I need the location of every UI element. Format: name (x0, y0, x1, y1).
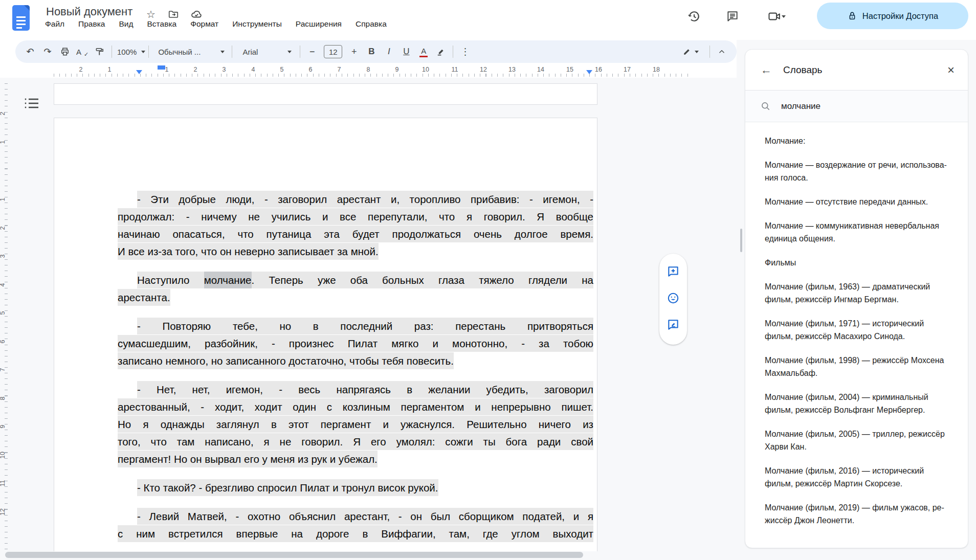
ruler-label: 12 (0, 508, 7, 516)
dictionary-entry: Молчание (фильм, 1998) — режиссёр Мохсен… (765, 354, 953, 379)
toolbar: ↶ ↷ A✓ 100% Обычный ... Arial − 12 + B I… (15, 40, 737, 63)
toolbar-divider (453, 46, 453, 58)
ruler-label: 6 (305, 66, 316, 73)
underline-button[interactable]: U (397, 43, 415, 60)
document-page[interactable]: - Эти добрые люди, - заговорил арестант … (54, 118, 597, 551)
highlighted-search-match: молчание (204, 272, 252, 288)
dictionary-panel: ← Словарь × молчание Молчание: Молчание … (745, 49, 968, 548)
menu-file[interactable]: Файл (45, 19, 64, 29)
dictionary-entry: Молчание (фильм, 2016) — исторический фи… (765, 464, 953, 490)
search-icon (761, 101, 771, 111)
print-button[interactable] (56, 43, 74, 60)
editing-mode-select[interactable] (674, 43, 706, 60)
star-icon[interactable]: ☆ (145, 8, 157, 20)
menu-insert[interactable]: Вставка (147, 19, 177, 29)
paint-format-button[interactable] (91, 43, 108, 60)
dictionary-results: Молчание: Молчание — воздержание от речи… (745, 122, 968, 527)
dictionary-entry: Молчание — коммуникативная невербальная … (765, 219, 953, 245)
chevron-up-icon (717, 47, 726, 56)
menu-format[interactable]: Формат (190, 19, 218, 29)
redo-button[interactable]: ↷ (39, 43, 56, 60)
ruler-label: 2 (0, 109, 7, 118)
ruler-label: 3 (0, 252, 7, 260)
cloud-saved-icon (190, 8, 203, 20)
add-comment-button[interactable] (667, 265, 680, 280)
ruler-label: 9 (392, 66, 402, 73)
increase-font-size-button[interactable]: + (345, 43, 363, 60)
ruler-label: 5 (0, 309, 7, 317)
ruler-label: 1 (104, 66, 115, 73)
suggest-edits-button[interactable] (667, 318, 680, 333)
ruler-label: 9 (0, 422, 7, 431)
dictionary-search[interactable]: молчание (745, 91, 968, 122)
menu-extensions[interactable]: Расширения (296, 19, 342, 29)
emoji-reaction-button[interactable] (667, 292, 680, 307)
right-indent-marker[interactable] (586, 70, 592, 77)
vertical-scrollbar-thumb[interactable] (740, 229, 742, 252)
share-settings-button[interactable]: Настройки Доступа (817, 3, 968, 29)
docs-logo-fold (24, 5, 30, 11)
ruler-label: 8 (363, 66, 373, 73)
panel-header: ← Словарь × (745, 50, 968, 91)
paragraph-style-select[interactable]: Обычный ... (152, 43, 229, 60)
paragraph: Наступило молчание. Теперь уже оба больн… (118, 272, 593, 306)
spellcheck-button[interactable]: A✓ (74, 43, 91, 60)
highlight-color-button[interactable] (432, 43, 450, 60)
dictionary-entry: Молчание: (765, 135, 953, 147)
dictionary-entry: Молчание (фильм, 1971) — исторический фи… (765, 317, 953, 343)
version-history-icon[interactable] (686, 8, 702, 25)
hide-menus-button[interactable] (713, 43, 730, 60)
first-line-indent-marker[interactable] (158, 65, 165, 70)
floating-actions (659, 254, 687, 345)
ruler-label: 6 (0, 338, 7, 346)
zoom-select[interactable]: 100% (115, 43, 145, 60)
font-select[interactable]: Arial (235, 43, 297, 60)
ruler-label: 18 (651, 66, 661, 73)
text-color-button[interactable]: A (415, 43, 432, 60)
horizontal-ruler[interactable]: 2 1 1 2 3 4 5 6 7 8 9 10 11 12 13 14 15 … (0, 64, 744, 78)
paragraph: - Повторяю тебе, но в последний раз: пер… (118, 318, 593, 370)
more-options-button[interactable]: ⋮ (456, 43, 474, 60)
ruler-label: 13 (507, 66, 517, 73)
ruler-label: 14 (536, 66, 546, 73)
close-icon[interactable]: × (947, 63, 955, 77)
ruler-ticks (54, 74, 688, 77)
back-arrow-icon[interactable]: ← (761, 63, 772, 77)
paragraph: - Левий Матвей, - охотно объяснил ареста… (118, 508, 593, 543)
pencil-icon (682, 47, 692, 57)
chevron-down-icon (287, 51, 292, 55)
horizontal-scrollbar-thumb[interactable] (5, 552, 583, 558)
move-to-folder-icon[interactable] (167, 8, 180, 20)
decrease-font-size-button[interactable]: − (303, 43, 321, 60)
google-docs-logo[interactable] (12, 5, 30, 31)
chevron-down-icon (141, 51, 145, 55)
ruler-label: 11 (450, 66, 460, 73)
menu-tools[interactable]: Инструменты (232, 19, 282, 29)
ruler-label: 2 (0, 224, 7, 232)
dictionary-entry: Молчание — отсутствие передачи данных. (765, 195, 953, 208)
dictionary-entry: Молчание (фильм, 2004) — криминальный фи… (765, 391, 953, 416)
chevron-down-icon (220, 51, 225, 55)
bold-button[interactable]: B (363, 43, 380, 60)
toolbar-divider (112, 46, 112, 58)
menu-edit[interactable]: Правка (78, 19, 105, 29)
undo-button[interactable]: ↶ (21, 43, 39, 60)
menu-help[interactable]: Справка (356, 19, 387, 29)
font-size-input[interactable]: 12 (324, 45, 342, 58)
document-title[interactable]: Новый документ (46, 5, 132, 18)
chevron-down-icon (782, 15, 786, 20)
toolbar-divider (709, 46, 710, 58)
ruler-label: 11 (0, 479, 7, 487)
menu-view[interactable]: Вид (119, 19, 133, 29)
vertical-ruler[interactable]: 2 1 1 2 3 4 5 6 7 8 9 10 11 12 (0, 78, 8, 560)
video-call-icon[interactable] (762, 8, 791, 25)
ruler-label: 2 (76, 66, 86, 73)
search-input[interactable]: молчание (781, 101, 820, 111)
italic-button[interactable]: I (380, 43, 397, 60)
ruler-label: 7 (0, 366, 7, 374)
ruler-label: 4 (0, 281, 7, 289)
ruler-label: 3 (219, 66, 229, 73)
document-outline-icon[interactable] (24, 97, 41, 112)
left-indent-marker[interactable] (136, 70, 142, 77)
comments-icon[interactable] (724, 8, 741, 25)
